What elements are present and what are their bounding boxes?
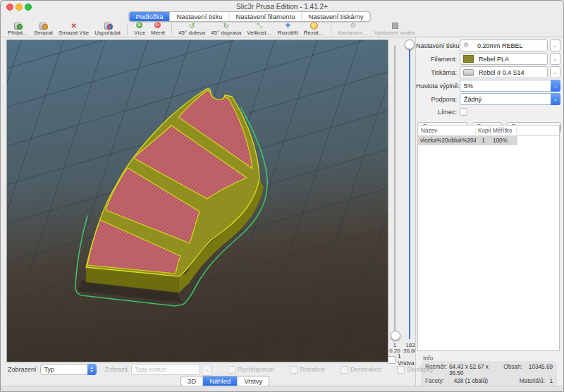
filament-combo[interactable]: Rebel PLA	[460, 53, 548, 65]
chevron-down-icon: ⌄	[551, 80, 560, 92]
printer-combo[interactable]: Rebel II 0.4 S14	[460, 66, 548, 78]
layer-smoothing-button[interactable]: Vyhlazení vrstev	[374, 22, 415, 36]
object-copies: 1	[476, 137, 491, 144]
window-title: Slic3r Prusa Edition - 1.41.2+	[1, 3, 563, 11]
settings-icon: ⚙	[349, 22, 357, 30]
filament-label: Filament:	[416, 56, 457, 63]
volume-value: 10345.69	[529, 364, 553, 376]
column-copies[interactable]: Kopií	[476, 128, 491, 134]
print-settings-combo[interactable]: ⚙ 0.20mm REBEL	[460, 39, 548, 51]
view-mode-label: Zobrazení	[8, 366, 37, 373]
travel-checkbox-group[interactable]: Rychloposun	[228, 366, 274, 374]
table-row[interactable]: vlozka%20obluk%204.stl 1 100%	[418, 136, 517, 145]
print-settings-label: Nastavení tisku:	[416, 42, 457, 49]
filament-chevron[interactable]: ⌄	[550, 53, 560, 65]
toolbar-separator	[127, 23, 128, 35]
arrange-icon	[104, 22, 112, 30]
arrange-button[interactable]: Uspořádat	[94, 22, 121, 36]
gcode-preview-canvas	[7, 40, 388, 362]
viewport-3d[interactable]	[6, 39, 388, 362]
tab-nastaveni-tisku[interactable]: Nastavení tisku	[170, 12, 229, 21]
chevron-down-icon: ⌄	[553, 70, 558, 75]
add-button[interactable]: Přidat…	[8, 22, 28, 36]
upper-layer-slider[interactable]	[409, 45, 410, 339]
column-scale[interactable]: Měřítko	[491, 128, 517, 134]
split-button[interactable]: ✚ Rozdělit	[278, 22, 298, 36]
shells-checkbox-group[interactable]: Skořápky	[397, 366, 434, 374]
stepper-icon: ▲▼	[87, 364, 97, 375]
column-name[interactable]: Název	[418, 128, 476, 134]
tab-nahled[interactable]: Náhled	[202, 376, 237, 386]
more-copies-button[interactable]: + Více	[134, 22, 145, 36]
gear-icon: ⚙	[463, 42, 472, 49]
toolbar: Přidat… Smazat ✕ Smazat Vše Uspořádat + …	[1, 21, 563, 37]
toolbar-separator	[171, 23, 172, 35]
delete-object-icon	[39, 22, 47, 30]
rotate-right-icon: ↻	[222, 22, 231, 30]
infill-density-select[interactable]: 5% ⌄	[460, 80, 560, 92]
scale-icon: ⤡	[255, 22, 264, 30]
lower-layer-knob[interactable]	[391, 331, 400, 341]
travel-checkbox[interactable]	[228, 366, 235, 374]
delete-button[interactable]: Smazat	[34, 22, 53, 36]
printer-chevron[interactable]: ⌄	[550, 66, 560, 78]
shells-checkbox[interactable]	[397, 366, 405, 374]
tab-nastaveni-filamentu[interactable]: Nastavení filamentu	[228, 12, 301, 21]
rotate-left-button[interactable]: ↺ 45° doleva	[178, 22, 205, 36]
chevron-down-icon: ⌄	[553, 56, 558, 62]
scale-button[interactable]: ⤡ Velikost…	[247, 22, 272, 36]
single-layer-checkbox[interactable]	[388, 356, 396, 364]
rotate-right-button[interactable]: ↻ 45° doprava	[211, 22, 241, 36]
materials-label: Materiálů:	[520, 378, 550, 384]
fewer-copies-button[interactable]: − Méně	[151, 22, 165, 36]
title-bar: Slic3r Prusa Edition - 1.41.2+	[1, 1, 563, 11]
printer-label: Tiskárna:	[416, 69, 457, 76]
view-tab-row: 3D Náhled Vrstvy	[180, 374, 269, 386]
delete-all-icon: ✕	[70, 22, 78, 30]
retractions-checkbox[interactable]	[290, 366, 298, 374]
print-settings-chevron[interactable]: ⌄	[550, 39, 560, 51]
object-list-table[interactable]: Název Kopií Měřítko vlozka%20obluk%204.s…	[417, 125, 560, 351]
unretractions-checkbox-group[interactable]: Deretrakce	[341, 366, 381, 374]
printer-icon	[463, 69, 474, 76]
retractions-checkbox-group[interactable]: Retrakce	[290, 366, 325, 374]
tab-3d[interactable]: 3D	[181, 376, 202, 386]
unretractions-checkbox[interactable]	[341, 366, 348, 374]
tab-nastaveni-tiskarny[interactable]: Nastavení tiskárny	[301, 12, 369, 21]
split-icon: ✚	[283, 22, 292, 30]
main-tab-row: Podložka Nastavení tisku Nastavení filam…	[1, 11, 563, 21]
materials-value: 1	[549, 378, 553, 384]
brim-checkbox[interactable]	[460, 108, 467, 116]
add-object-icon	[13, 22, 22, 30]
infill-density-label: Hustota výplně:	[416, 82, 457, 90]
object-scale: 100%	[491, 137, 517, 144]
window-footer	[1, 386, 563, 391]
app-window: Slic3r Prusa Edition - 1.41.2+ Podložka …	[0, 0, 564, 392]
more-copies-icon: +	[135, 22, 144, 30]
chevron-down-icon: ⌄	[553, 43, 558, 49]
facets-value: 428 (1 obalů)	[454, 378, 520, 384]
settings-sidebar: Nastavení tisku: ⚙ 0.20mm REBEL ⌄ Filame…	[415, 37, 563, 391]
size-value: 64.43 x 52.67 x 36.50	[449, 364, 503, 376]
rotate-left-icon: ↺	[188, 22, 196, 30]
delete-all-button[interactable]: ✕ Smazat Vše	[59, 22, 89, 36]
cut-icon	[309, 22, 318, 30]
show-label: Zobrazit	[105, 366, 128, 373]
object-name: vlozka%20obluk%204.stl	[418, 137, 476, 144]
object-list-header: Název Kopií Měřítko	[418, 125, 559, 136]
layer-smoothing-icon	[391, 22, 399, 30]
upper-layer-knob[interactable]	[405, 39, 415, 49]
chevron-down-icon: ⌄	[551, 93, 560, 105]
filament-color-swatch	[463, 55, 474, 63]
fewer-copies-icon: −	[154, 22, 162, 30]
tab-podlozka[interactable]: Podložka	[129, 12, 169, 21]
cut-button[interactable]: Řezat…	[304, 22, 324, 36]
brim-label: Límec:	[416, 109, 457, 116]
lower-layer-slider[interactable]	[394, 45, 396, 336]
view-mode-select[interactable]: Typ ▲▼	[40, 364, 97, 375]
chevron-down-icon: ⌄	[205, 367, 209, 372]
support-select[interactable]: Žádný ⌄	[460, 93, 560, 105]
facets-label: Facety:	[425, 378, 454, 384]
settings-button[interactable]: ⚙ Nastavení…	[338, 22, 369, 36]
tab-vrstvy[interactable]: Vrstvy	[237, 376, 269, 386]
